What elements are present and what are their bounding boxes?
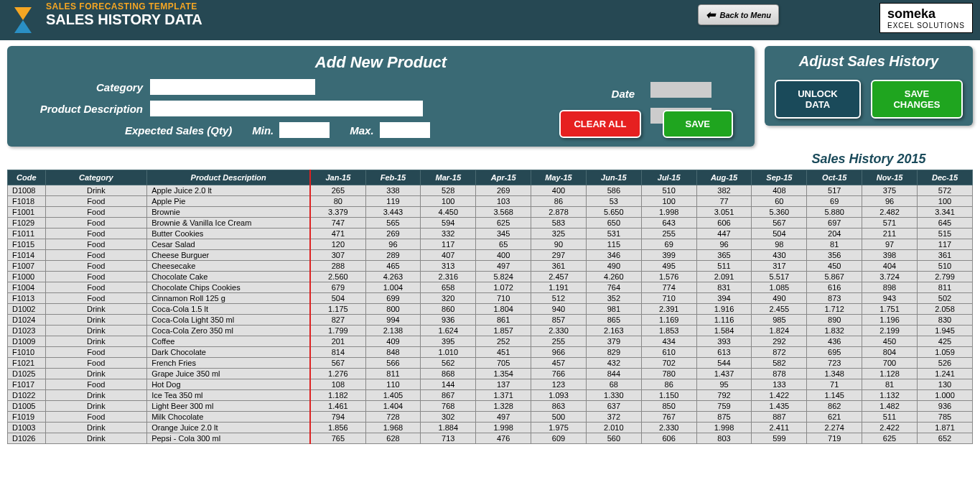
table-cell[interactable]: 96 — [365, 239, 421, 250]
table-cell[interactable]: 3.568 — [476, 207, 531, 218]
table-cell[interactable]: 571 — [862, 218, 918, 229]
table-cell[interactable]: 1.482 — [862, 401, 918, 412]
table-cell[interactable]: 861 — [476, 315, 531, 326]
table-cell[interactable]: 97 — [862, 239, 918, 250]
table-cell[interactable]: 432 — [586, 358, 641, 369]
table-row[interactable]: F1017FoodHot Dog108110144137123688695133… — [8, 379, 973, 390]
table-cell[interactable]: 338 — [365, 185, 421, 196]
table-cell[interactable]: Food — [45, 229, 147, 239]
table-cell[interactable]: 517 — [807, 185, 862, 196]
table-cell[interactable]: 811 — [365, 369, 421, 379]
table-cell[interactable]: 1.824 — [752, 326, 807, 336]
table-cell[interactable]: 372 — [586, 412, 641, 423]
table-cell[interactable]: Food — [45, 412, 147, 423]
table-cell[interactable]: Coca-Cola 1.5 lt — [147, 304, 311, 315]
table-cell[interactable]: D1025 — [8, 369, 46, 379]
table-cell[interactable]: 5.517 — [752, 272, 807, 282]
table-cell[interactable]: 767 — [641, 412, 696, 423]
table-cell[interactable]: Light Beer 300 ml — [147, 401, 311, 412]
table-row[interactable]: D1026DrinkPepsi - Cola 300 ml76562871347… — [8, 433, 973, 444]
table-cell[interactable]: Cheesecake — [147, 261, 311, 272]
table-cell[interactable]: 1.182 — [310, 390, 365, 401]
table-cell[interactable]: F1013 — [8, 293, 46, 304]
table-cell[interactable]: D1024 — [8, 315, 46, 326]
table-cell[interactable]: Drink — [45, 369, 147, 379]
table-cell[interactable]: 292 — [752, 336, 807, 347]
table-row[interactable]: F1015FoodCesar Salad12096117659011569969… — [8, 239, 973, 250]
table-cell[interactable]: 940 — [531, 304, 587, 315]
table-row[interactable]: F1021FoodFrench Fries5675665627054574327… — [8, 358, 973, 369]
table-cell[interactable]: 697 — [807, 218, 862, 229]
table-cell[interactable]: 400 — [531, 185, 587, 196]
table-cell[interactable]: 2.457 — [531, 272, 587, 282]
table-cell[interactable]: F1017 — [8, 379, 46, 390]
table-cell[interactable]: 728 — [365, 412, 421, 423]
table-cell[interactable]: Ice Tea 350 ml — [147, 390, 311, 401]
table-cell[interactable]: 409 — [365, 336, 421, 347]
table-cell[interactable]: 361 — [531, 261, 587, 272]
table-cell[interactable]: 5.880 — [807, 207, 862, 218]
table-row[interactable]: F1014FoodCheese Burguer30728940740029734… — [8, 250, 973, 261]
table-cell[interactable]: 526 — [917, 358, 972, 369]
table-cell[interactable]: 710 — [476, 293, 531, 304]
table-cell[interactable]: 1.871 — [917, 423, 972, 433]
table-cell[interactable]: 872 — [752, 347, 807, 358]
table-cell[interactable]: 69 — [641, 239, 696, 250]
table-cell[interactable]: 90 — [531, 239, 587, 250]
table-cell[interactable]: 867 — [421, 390, 476, 401]
table-cell[interactable]: 69 — [807, 196, 862, 207]
table-cell[interactable]: 803 — [696, 433, 752, 444]
table-cell[interactable]: 511 — [862, 412, 918, 423]
table-cell[interactable]: 4.260 — [586, 272, 641, 282]
table-cell[interactable]: 700 — [862, 358, 918, 369]
table-cell[interactable]: Drink — [45, 336, 147, 347]
table-cell[interactable]: 144 — [421, 379, 476, 390]
table-cell[interactable]: 332 — [421, 229, 476, 239]
table-cell[interactable]: 313 — [421, 261, 476, 272]
table-cell[interactable]: 1.191 — [531, 282, 587, 293]
table-cell[interactable]: 1.196 — [862, 315, 918, 326]
table-cell[interactable]: 5.650 — [586, 207, 641, 218]
table-cell[interactable]: Apple Juice 2.0 lt — [147, 185, 311, 196]
table-cell[interactable]: 814 — [310, 347, 365, 358]
table-cell[interactable]: 1.968 — [365, 423, 421, 433]
table-cell[interactable]: 436 — [807, 336, 862, 347]
table-cell[interactable]: 297 — [531, 250, 587, 261]
table-cell[interactable]: 211 — [862, 229, 918, 239]
table-row[interactable]: F1013FoodCinnamon Roll 125 g504699320710… — [8, 293, 973, 304]
table-cell[interactable]: 457 — [531, 358, 587, 369]
table-cell[interactable]: 2.316 — [421, 272, 476, 282]
table-cell[interactable]: 108 — [310, 379, 365, 390]
table-cell[interactable]: 80 — [310, 196, 365, 207]
table-row[interactable]: D1024DrinkCoca-Cola Light 350 ml82799493… — [8, 315, 973, 326]
table-cell[interactable]: 857 — [531, 315, 587, 326]
table-cell[interactable]: 860 — [421, 304, 476, 315]
table-cell[interactable]: 265 — [310, 185, 365, 196]
table-cell[interactable]: 1.150 — [641, 390, 696, 401]
table-cell[interactable]: Coca-Cola Light 350 ml — [147, 315, 311, 326]
table-cell[interactable]: 2.010 — [586, 423, 641, 433]
table-cell[interactable]: 792 — [696, 390, 752, 401]
table-cell[interactable]: 490 — [586, 261, 641, 272]
table-cell[interactable]: 875 — [696, 412, 752, 423]
table-cell[interactable]: 1.405 — [365, 390, 421, 401]
table-row[interactable]: F1004FoodChocolate Chips Cookies6791.004… — [8, 282, 973, 293]
back-to-menu-button[interactable]: ⬅ Back to Menu — [698, 4, 779, 25]
table-cell[interactable]: Food — [45, 282, 147, 293]
table-cell[interactable]: Drink — [45, 185, 147, 196]
table-cell[interactable]: 1.853 — [641, 326, 696, 336]
table-cell[interactable]: 829 — [586, 347, 641, 358]
table-cell[interactable]: 65 — [476, 239, 531, 250]
table-cell[interactable]: Drink — [45, 423, 147, 433]
table-cell[interactable]: F1014 — [8, 250, 46, 261]
table-cell[interactable]: 2.091 — [696, 272, 752, 282]
save-product-button[interactable]: SAVE — [663, 110, 733, 138]
table-cell[interactable]: Food — [45, 218, 147, 229]
table-cell[interactable]: Food — [45, 207, 147, 218]
table-cell[interactable]: 699 — [365, 293, 421, 304]
table-cell[interactable]: 567 — [310, 358, 365, 369]
table-cell[interactable]: Cheese Burguer — [147, 250, 311, 261]
table-cell[interactable]: 2.274 — [807, 423, 862, 433]
table-cell[interactable]: 621 — [807, 412, 862, 423]
table-row[interactable]: F1019FoodMilk Chocolate79472830249750037… — [8, 412, 973, 423]
